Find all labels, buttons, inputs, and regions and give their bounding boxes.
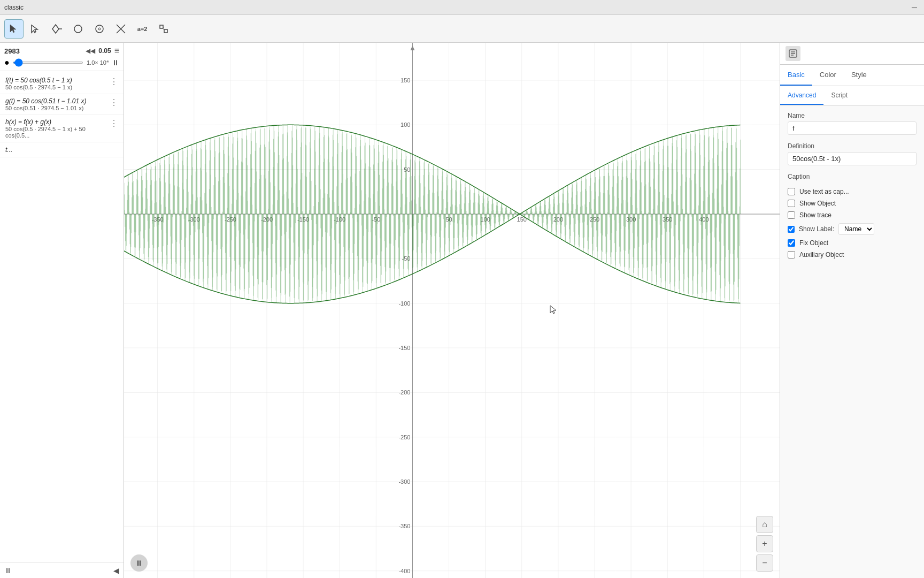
fix-object-row: Fix Object [788, 239, 917, 247]
definition-section: Definition 50cos(0.5t - 1x) [788, 142, 917, 165]
graph-controls-right: ⌂ + − [756, 516, 773, 572]
title-bar: classic ─ [0, 0, 924, 15]
auxiliary-object-checkbox[interactable] [788, 251, 795, 258]
show-label-label: Show Label: [799, 225, 834, 233]
bottom-pause-icon[interactable]: ⏸ [4, 566, 12, 575]
caption-label: Caption [788, 173, 917, 180]
ellipse-tool-button[interactable] [90, 19, 109, 39]
right-top-tabs: Basic Color Style [780, 65, 924, 86]
tab-style[interactable]: Style [844, 65, 874, 86]
alg-menu-f[interactable]: ⋮ [110, 77, 118, 87]
collapse-button[interactable]: ◀ [113, 566, 119, 575]
algebra-item-g[interactable]: g(t) = 50 cos(0.51 t − 1.01 x) 50 cos(0.… [0, 94, 124, 115]
list-icon[interactable]: ≡ [114, 46, 119, 56]
svg-marker-0 [52, 25, 59, 33]
alg-expr-f: f(t) = 50 cos(0.5 t − 1 x) [5, 77, 72, 84]
show-label-checkbox[interactable] [788, 226, 795, 233]
tab-color[interactable]: Color [812, 65, 844, 86]
alg-value-h: 50 cos(0.5 · 2974.5 − 1 x) + 50 cos(0.5.… [5, 126, 110, 139]
fix-object-checkbox[interactable] [788, 239, 795, 247]
svg-point-3 [96, 25, 103, 33]
cursor-tool-button[interactable] [4, 19, 24, 39]
auxiliary-object-label: Auxiliary Object [799, 251, 844, 258]
right-panel-icon[interactable] [786, 46, 800, 61]
svg-point-2 [74, 25, 82, 33]
show-trace-row: Show trace [788, 211, 917, 219]
speed-slider[interactable] [13, 62, 83, 64]
svg-point-4 [98, 28, 101, 30]
right-panel-content: Name f Definition 50cos(0.5t - 1x) Capti… [780, 105, 924, 578]
graph-canvas [124, 43, 780, 578]
name-value: f [788, 121, 917, 135]
graph-overlay-bottom-left: ⏸ [130, 554, 148, 572]
graph-area[interactable]: ⏸ ⌂ + − [124, 43, 780, 578]
fix-section: Fix Object Auxiliary Object [788, 239, 917, 258]
app-title: classic [4, 4, 24, 11]
toolbar: a=2 [0, 15, 924, 43]
show-trace-checkbox[interactable] [788, 211, 795, 219]
algebra-list: f(t) = 50 cos(0.5 t − 1 x) 50 cos(0.5 · … [0, 71, 124, 562]
use-text-as-caption-row: Use text as cap... [788, 188, 917, 195]
slider-area: 2983 ◀◀ 0.05 ≡ ● 1.0× 10⁴ ⏸ [0, 43, 124, 71]
alg-more-text: t... [5, 146, 12, 154]
zoom-out-button[interactable]: − [756, 554, 773, 572]
show-trace-label: Show trace [799, 211, 831, 219]
svg-rect-7 [160, 25, 163, 28]
alg-menu-g[interactable]: ⋮ [110, 97, 118, 108]
alg-value-g: 50 cos(0.51 · 2974.5 − 1.01 x) [5, 105, 86, 111]
use-text-as-caption-checkbox[interactable] [788, 188, 795, 195]
svg-rect-8 [164, 29, 167, 33]
tab-basic[interactable]: Basic [780, 65, 812, 86]
alg-menu-h[interactable]: ⋮ [110, 118, 118, 128]
play-button[interactable]: ● [4, 58, 10, 67]
graph-pause-button[interactable]: ⏸ [130, 554, 148, 572]
right-sub-tabs: Advanced Script [780, 86, 924, 105]
left-panel-bottom: ⏸ ◀ [0, 562, 124, 578]
show-object-row: Show Object [788, 200, 917, 207]
show-object-label: Show Object [799, 200, 836, 207]
name-label: Name [788, 112, 917, 119]
tab-script[interactable]: Script [823, 86, 855, 105]
intersect-tool-button[interactable] [111, 19, 130, 39]
alg-expr-h: h(x) = f(x) + g(x) [5, 118, 110, 126]
right-panel: Basic Color Style Advanced Script Name f [780, 43, 924, 578]
step-value: 0.05 [98, 47, 111, 55]
show-label-row: Show Label: Name [788, 223, 917, 235]
definition-label: Definition [788, 142, 917, 150]
animation-number: 2983 [4, 47, 20, 55]
main-layout: 2983 ◀◀ 0.05 ≡ ● 1.0× 10⁴ ⏸ f(t) = 50 co… [0, 43, 924, 578]
alg-value-f: 50 cos(0.5 · 2974.5 − 1 x) [5, 84, 72, 90]
name-section: Name f [788, 112, 917, 135]
left-panel: 2983 ◀◀ 0.05 ≡ ● 1.0× 10⁴ ⏸ f(t) = 50 co… [0, 43, 124, 578]
fix-object-label: Fix Object [799, 239, 828, 247]
home-button[interactable]: ⌂ [756, 516, 773, 533]
use-text-as-caption-label: Use text as cap... [799, 188, 849, 195]
algebra-item-h[interactable]: h(x) = f(x) + g(x) 50 cos(0.5 · 2974.5 −… [0, 115, 124, 142]
circle-tool-button[interactable] [68, 19, 88, 39]
definition-value: 50cos(0.5t - 1x) [788, 152, 917, 165]
show-label-select[interactable]: Name [838, 223, 874, 235]
select-tool-button[interactable] [26, 19, 45, 39]
alg-expr-g: g(t) = 50 cos(0.51 t − 1.01 x) [5, 97, 86, 105]
tab-advanced[interactable]: Advanced [780, 86, 823, 105]
pause-icon[interactable]: ⏸ [112, 58, 119, 67]
minimize-button[interactable]: ─ [909, 2, 920, 13]
speed-value: 1.0× 10⁴ [87, 59, 109, 66]
point-tool-button[interactable] [47, 19, 66, 39]
algebra-item-t: t... [0, 142, 124, 157]
show-object-checkbox[interactable] [788, 200, 795, 207]
zoom-in-button[interactable]: + [756, 535, 773, 552]
label-tool-button[interactable]: a=2 [133, 19, 152, 39]
algebra-item-f[interactable]: f(t) = 50 cos(0.5 t − 1 x) 50 cos(0.5 · … [0, 73, 124, 94]
caption-section: Caption [788, 173, 917, 180]
transform-tool-button[interactable] [154, 19, 173, 39]
step-back-icon[interactable]: ◀◀ [86, 47, 95, 55]
auxiliary-object-row: Auxiliary Object [788, 251, 917, 258]
